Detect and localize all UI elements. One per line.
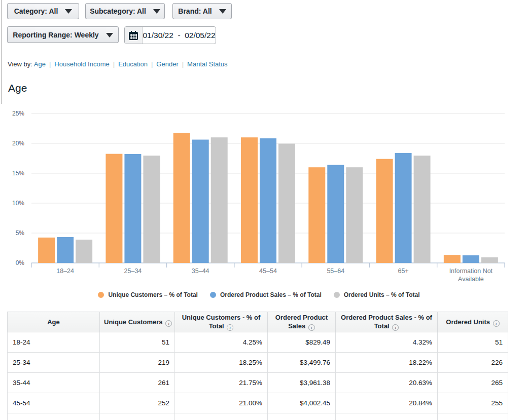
svg-text:20%: 20% [12, 140, 24, 147]
svg-text:10%: 10% [12, 200, 24, 207]
svg-text:25–34: 25–34 [124, 268, 142, 275]
svg-text:0%: 0% [16, 259, 25, 266]
svg-text:25%: 25% [12, 110, 24, 117]
svg-text:Available: Available [458, 276, 484, 283]
svg-text:Information Not: Information Not [449, 268, 493, 275]
svg-text:45–54: 45–54 [259, 268, 277, 275]
svg-text:55–64: 55–64 [327, 268, 344, 275]
svg-text:35–44: 35–44 [192, 268, 209, 275]
svg-text:65+: 65+ [398, 268, 408, 275]
svg-text:5%: 5% [16, 230, 25, 237]
svg-text:18–24: 18–24 [56, 268, 74, 275]
svg-text:15%: 15% [12, 170, 24, 177]
